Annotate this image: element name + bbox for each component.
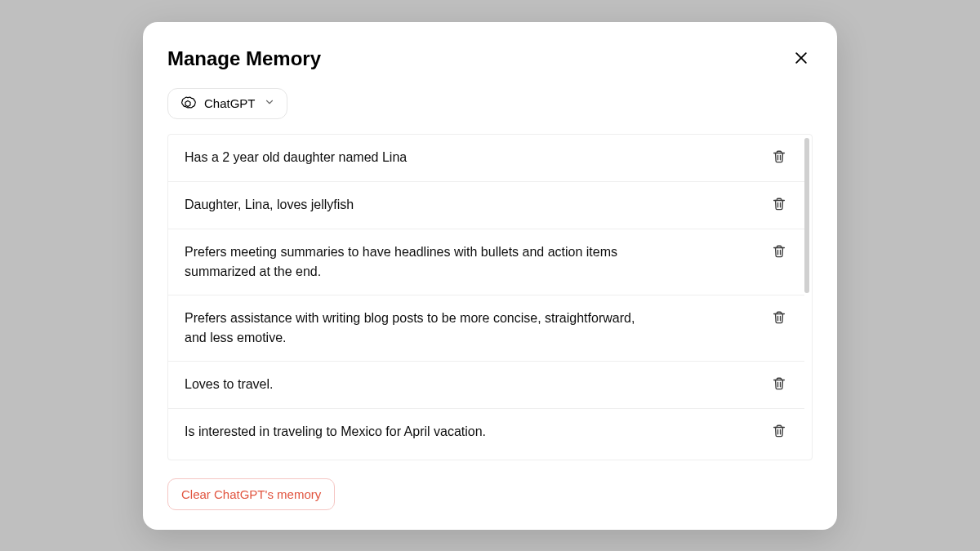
- model-selector-label: ChatGPT: [204, 96, 256, 110]
- delete-memory-button[interactable]: [770, 309, 788, 329]
- delete-memory-button[interactable]: [770, 148, 788, 168]
- delete-memory-button[interactable]: [770, 242, 788, 263]
- chevron-down-icon: [264, 96, 275, 111]
- close-icon: [793, 50, 809, 69]
- model-selector[interactable]: ChatGPT: [167, 88, 287, 119]
- memory-text: Loves to travel.: [185, 375, 274, 394]
- trash-icon: [772, 429, 786, 441]
- close-button[interactable]: [790, 47, 813, 72]
- memory-text: Has a 2 year old daughter named Lina: [185, 148, 407, 167]
- clear-memory-button[interactable]: Clear ChatGPT's memory: [167, 478, 335, 510]
- delete-memory-button[interactable]: [770, 375, 788, 395]
- modal-footer: Clear ChatGPT's memory: [167, 478, 813, 510]
- trash-icon: [772, 202, 786, 214]
- memory-row: Prefers assistance with writing blog pos…: [168, 295, 804, 362]
- scrollbar[interactable]: [804, 138, 809, 456]
- modal-header: Manage Memory: [167, 47, 813, 72]
- memory-row: Daughter, Lina, loves jellyfish: [168, 182, 804, 229]
- trash-icon: [772, 381, 786, 393]
- scrollbar-thumb[interactable]: [804, 138, 809, 293]
- memory-row: Is interested in traveling to Mexico for…: [168, 409, 804, 455]
- memory-text: Prefers assistance with writing blog pos…: [185, 309, 642, 348]
- memory-row: Prefers meeting summaries to have headli…: [168, 229, 804, 295]
- memory-text: Prefers meeting summaries to have headli…: [185, 242, 642, 282]
- memory-text: Daughter, Lina, loves jellyfish: [185, 195, 354, 215]
- delete-memory-button[interactable]: [770, 195, 788, 216]
- memory-list-container: Has a 2 year old daughter named Lina Dau…: [167, 134, 813, 460]
- trash-icon: [772, 154, 786, 167]
- svg-marker-2: [185, 100, 190, 106]
- memory-list: Has a 2 year old daughter named Lina Dau…: [168, 135, 804, 460]
- memory-row: Loves to travel.: [168, 362, 804, 409]
- memory-text: Is interested in traveling to Mexico for…: [185, 422, 486, 442]
- delete-memory-button[interactable]: [770, 422, 788, 442]
- openai-logo-icon: [180, 96, 196, 112]
- trash-icon: [772, 315, 786, 327]
- modal-title: Manage Memory: [167, 47, 321, 70]
- memory-row: Has a 2 year old daughter named Lina: [168, 135, 804, 182]
- trash-icon: [772, 249, 786, 261]
- manage-memory-modal: Manage Memory ChatGPT Has a 2 year old d…: [143, 22, 837, 530]
